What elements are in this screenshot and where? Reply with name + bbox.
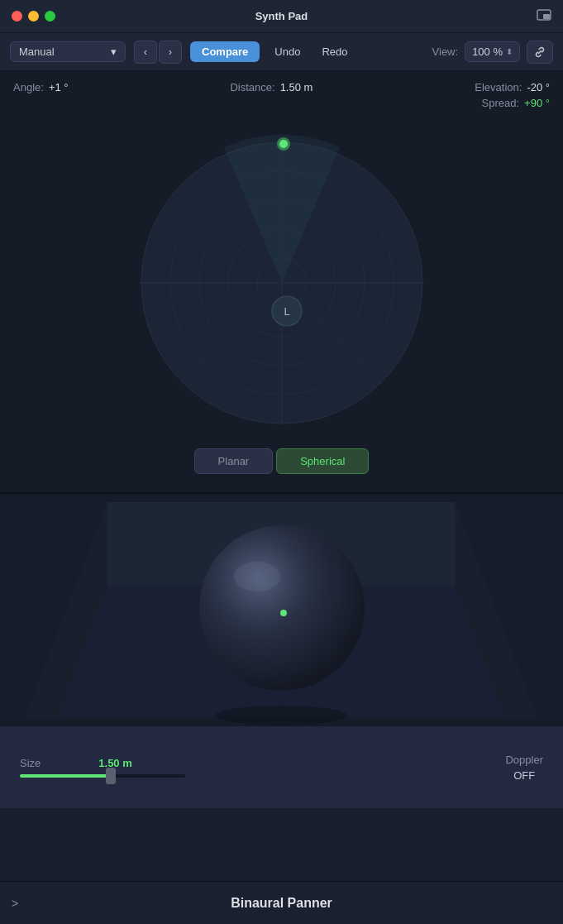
toolbar: Manual ▾ ‹ › Compare Undo Redo View: 100… [0,33,563,71]
spread-label: Spread: [482,97,520,109]
doppler-value: OFF [513,769,535,782]
angle-param: Angle: +1 ° [13,81,69,109]
size-slider-thumb[interactable] [106,768,116,784]
nav-back-button[interactable]: ‹ [134,41,157,64]
svg-point-26 [199,525,365,691]
panner-section: Angle: +1 ° Distance: 1.50 m Elevation: … [0,71,563,492]
window-controls[interactable] [12,11,55,22]
angle-label: Angle: [13,81,44,93]
close-button[interactable] [12,11,22,22]
title-bar: Synth Pad [0,0,563,33]
window-title: Synth Pad [255,10,308,22]
doppler-control-group: Doppler OFF [505,754,543,782]
spread-value: +90 ° [524,97,550,109]
size-label: Size [20,757,41,769]
pip-button[interactable] [537,9,551,24]
controls-section: Size 1.50 m Doppler OFF [0,725,563,808]
compare-button[interactable]: Compare [190,41,260,62]
polar-grid-svg[interactable]: L R [125,117,439,440]
doppler-label: Doppler [505,754,543,766]
nav-forward-button[interactable]: › [159,41,182,64]
polar-display[interactable]: L R [13,117,550,448]
nav-buttons: ‹ › [134,41,182,64]
view-arrows-icon: ⬍ [506,47,513,56]
view-label: View: [432,45,459,58]
undo-button[interactable]: Undo [268,41,307,62]
expand-button[interactable]: > [12,897,18,910]
toolbar-right: View: 100 % ⬍ [432,41,553,64]
size-control-group: Size 1.50 m [20,757,505,778]
preset-value: Manual [19,45,55,58]
link-button[interactable] [527,41,553,64]
bottom-bar: > Binaural Panner [0,881,563,924]
sphere-section[interactable] [0,494,563,725]
svg-rect-1 [543,14,550,19]
spherical-button[interactable]: Spherical [276,448,369,474]
sphere-position-dot [280,610,287,616]
spread-param: Spread: +90 ° [482,97,550,109]
svg-point-27 [234,562,280,591]
params-row: Angle: +1 ° Distance: 1.50 m Elevation: … [13,81,550,109]
size-slider-row[interactable] [20,774,505,778]
projection-row: Planar Spherical [13,448,550,486]
svg-point-18 [279,140,288,148]
view-control[interactable]: 100 % ⬍ [465,41,520,62]
svg-point-24 [215,706,347,725]
bottom-title: Binaural Panner [231,896,332,911]
svg-text:L: L [284,305,289,318]
elevation-label: Elevation: [475,81,522,93]
sphere-svg [191,517,373,699]
elevation-param: Elevation: -20 ° [475,81,550,93]
distance-label: Distance: [230,81,274,93]
preset-dropdown[interactable]: Manual ▾ [10,41,126,62]
sphere-3d[interactable] [191,517,373,702]
angle-value: +1 ° [49,81,69,93]
redo-button[interactable]: Redo [315,41,354,62]
size-slider-fill [20,774,111,778]
distance-param: Distance: 1.50 m [230,81,313,109]
size-value: 1.50 m [98,757,131,769]
maximize-button[interactable] [45,11,55,22]
planar-button[interactable]: Planar [194,448,274,474]
dropdown-arrow-icon: ▾ [111,45,117,58]
distance-value: 1.50 m [280,81,313,93]
size-slider-track[interactable] [20,774,185,778]
view-value: 100 % [472,45,503,58]
minimize-button[interactable] [28,11,39,22]
elevation-value: -20 ° [527,81,550,93]
